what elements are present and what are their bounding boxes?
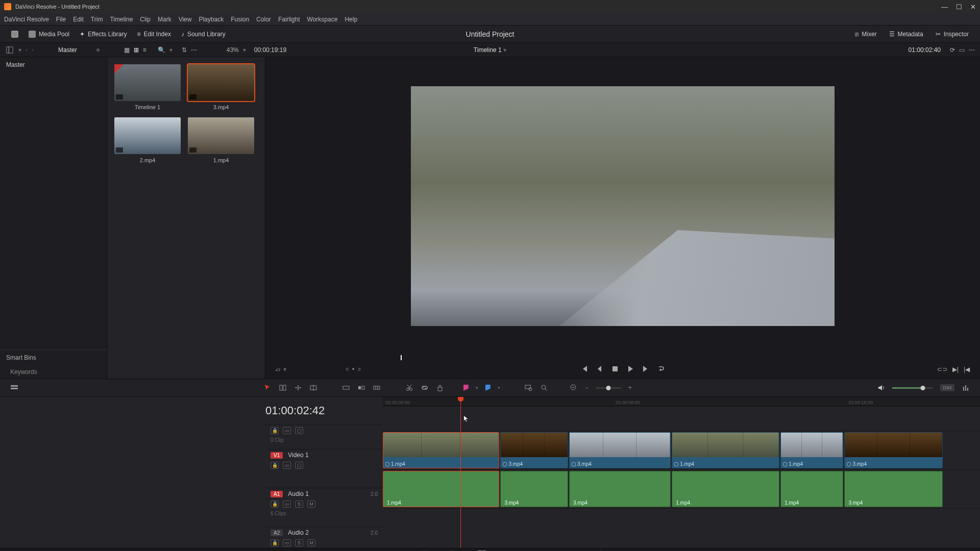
viewer-mode-icon[interactable]: ▱ (276, 366, 280, 373)
auto-select-icon[interactable]: ▭ (283, 500, 291, 508)
zoom-dropdown-icon[interactable]: ▾ (243, 46, 246, 54)
timeline-tracks-area[interactable]: 01:00:00:00 01:00:08:00 01:00:16:00 1.mp… (383, 397, 980, 548)
audio-clip[interactable]: 1.mp4 (672, 471, 779, 507)
solo-button[interactable]: S (295, 500, 303, 508)
maximize-button[interactable]: ☐ (956, 3, 962, 11)
menu-help[interactable]: Help (345, 16, 357, 23)
video-clip[interactable]: 3.mp4 (569, 432, 671, 468)
playhead[interactable] (460, 397, 461, 548)
replace-clip-button[interactable] (373, 384, 381, 392)
expand-button[interactable] (6, 29, 23, 40)
link-toggle[interactable] (421, 384, 429, 392)
mute-button[interactable]: M (307, 500, 315, 508)
track-header-a1[interactable]: A1Audio 12.0 🔒▭SM 6 Clips (265, 488, 383, 527)
blade-tool[interactable] (309, 384, 317, 392)
video-clip[interactable]: 1.mp4 (780, 432, 843, 468)
minimize-button[interactable]: — (941, 3, 948, 11)
disable-icon[interactable]: ▢ (295, 462, 303, 469)
timeline-view-options[interactable] (10, 384, 18, 392)
menu-davinci[interactable]: DaVinci Resolve (4, 16, 49, 23)
jump-last-button[interactable] (642, 365, 650, 374)
nav-forward[interactable]: › (32, 46, 34, 54)
zoom-minus[interactable]: − (585, 384, 589, 391)
search-icon[interactable]: 🔍 (158, 46, 165, 54)
inspector-toggle[interactable]: ✂Inspector (930, 29, 974, 40)
audio-clip[interactable]: 1.mp4 (383, 471, 499, 507)
menu-playback[interactable]: Playback (199, 16, 224, 23)
menu-fusion[interactable]: Fusion (231, 16, 249, 23)
track-header-v2[interactable]: 🔒▭▢ 0 Clip (265, 424, 383, 449)
scrubber-playhead[interactable] (401, 355, 402, 360)
dynamic-trim-tool[interactable] (294, 384, 302, 392)
bypass-icon[interactable]: ⟳ (950, 46, 955, 54)
overwrite-clip-button[interactable] (357, 384, 365, 392)
video-clip[interactable]: 3.mp4 (500, 432, 568, 468)
mixer-toggle[interactable]: ⎚Mixer (850, 29, 881, 40)
list-view-icon[interactable]: ≡ (143, 46, 146, 54)
lock-icon[interactable]: 🔒 (271, 500, 279, 508)
track-header-a2[interactable]: A2Audio 22.0 🔒▭SM (265, 527, 383, 551)
chevron-down-icon[interactable]: ▾ (18, 46, 21, 54)
play-button[interactable] (626, 365, 634, 374)
zoom-to-fit[interactable] (540, 384, 548, 392)
jump-first-button[interactable] (580, 365, 589, 374)
track-a2[interactable] (383, 508, 980, 533)
track-v1[interactable]: 1.mp43.mp43.mp41.mp41.mp43.mp4 (383, 431, 980, 469)
track-a1[interactable]: 1.mp43.mp43.mp41.mp41.mp43.mp4 (383, 469, 980, 508)
next-keyframe[interactable]: > (357, 366, 361, 373)
bin-path[interactable]: Master (58, 46, 77, 54)
clip-timeline1[interactable]: Timeline 1 (114, 64, 181, 110)
clip-2mp4[interactable]: 2.mp4 (114, 117, 181, 163)
preview-area[interactable] (265, 57, 980, 355)
mute-button[interactable]: M (307, 539, 315, 546)
menu-workspace[interactable]: Workspace (307, 16, 338, 23)
track-id-v1[interactable]: V1 (271, 452, 283, 459)
close-button[interactable]: ✕ (970, 3, 976, 11)
lock-icon[interactable]: 🔒 (271, 427, 279, 434)
grid-view-icon[interactable]: ⊞ (134, 46, 139, 54)
track-header-v1[interactable]: V1Video 1 🔒▭▢ (265, 449, 383, 488)
timeline-name-dropdown[interactable]: Timeline 1 ▾ (474, 46, 506, 54)
disable-icon[interactable]: ▢ (295, 427, 303, 434)
stop-button[interactable] (611, 365, 619, 374)
loop-button[interactable] (657, 365, 665, 374)
prev-keyframe[interactable]: < (346, 366, 349, 373)
flag-marker-pink[interactable] (463, 385, 469, 391)
menu-mark[interactable]: Mark (158, 16, 172, 23)
flag-marker-blue[interactable] (485, 385, 491, 391)
zoom-plus[interactable]: + (628, 384, 632, 391)
auto-select-icon[interactable]: ▭ (283, 539, 291, 546)
viewer-scrubber[interactable] (276, 355, 970, 360)
zoom-out[interactable] (570, 384, 578, 392)
clip-1mp4[interactable]: 1.mp4 (188, 117, 254, 163)
blade-edit-tool[interactable] (405, 384, 413, 392)
edit-index-toggle[interactable]: ≡Edit Index (132, 29, 176, 40)
smart-bins-header[interactable]: Smart Bins (0, 349, 107, 365)
zoom-slider[interactable] (596, 387, 621, 389)
trim-tool[interactable] (279, 384, 287, 392)
timeline-timecode[interactable]: 01:00:02:42 (0, 397, 383, 424)
menu-timeline[interactable]: Timeline (110, 16, 133, 23)
timeline-ruler[interactable]: 01:00:00:00 01:00:08:00 01:00:16:00 (383, 397, 980, 406)
track-id-a2[interactable]: A2 (271, 530, 283, 536)
menu-file[interactable]: File (56, 16, 66, 23)
audio-clip[interactable]: 3.mp4 (500, 471, 568, 507)
flag-dropdown[interactable]: ▾ (476, 385, 478, 390)
sound-library-toggle[interactable]: ♪Sound Library (176, 29, 231, 40)
thumb-view-icon[interactable]: ▦ (124, 46, 130, 54)
sort-icon[interactable]: ⇅ (182, 46, 187, 54)
metadata-toggle[interactable]: ☰Metadata (884, 29, 928, 40)
menu-view[interactable]: View (179, 16, 192, 23)
dim-button[interactable]: DIM (940, 384, 955, 391)
single-viewer-icon[interactable]: ▭ (959, 46, 965, 54)
media-pool-toggle[interactable]: Media Pool (23, 29, 75, 40)
marker-dot[interactable]: • (352, 366, 354, 373)
lock-icon[interactable]: 🔒 (271, 462, 279, 469)
options-icon[interactable]: ⋯ (191, 46, 197, 54)
selection-tool[interactable] (263, 384, 272, 392)
flag-blue-dropdown[interactable]: ▾ (498, 385, 500, 390)
audio-clip[interactable]: 3.mp4 (569, 471, 671, 507)
search-timeline[interactable] (525, 384, 533, 392)
zoom-level[interactable]: 43% (227, 46, 239, 54)
nav-back[interactable]: ‹ (26, 46, 28, 54)
